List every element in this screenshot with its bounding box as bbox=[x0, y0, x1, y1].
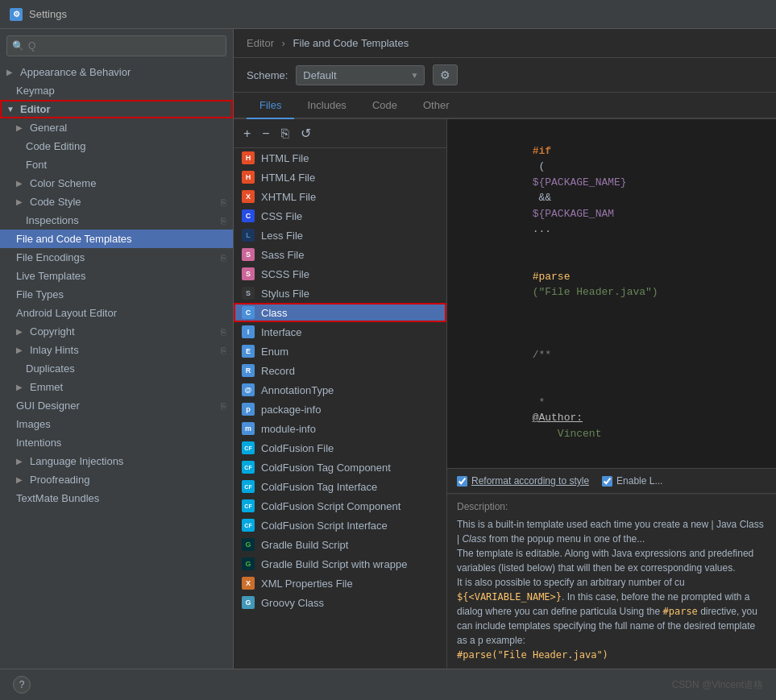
sidebar-item-label: File and Code Templates bbox=[16, 233, 132, 245]
list-item[interactable]: R Record bbox=[234, 361, 446, 380]
sass-icon: S bbox=[242, 248, 255, 261]
tab-files[interactable]: Files bbox=[247, 93, 294, 119]
list-item[interactable]: G Gradle Build Script bbox=[234, 535, 446, 554]
code-line: #if ( ${PACKAGE_NAME} && ${PACKAGE_NAM .… bbox=[457, 127, 766, 253]
sidebar-item-label: Images bbox=[16, 418, 51, 430]
list-item[interactable]: G Groovy Class bbox=[234, 593, 446, 612]
sidebar-item-editor[interactable]: ▼ Editor bbox=[0, 100, 233, 118]
sidebar-item-label: Inlay Hints bbox=[30, 344, 79, 356]
reformat-label: Reformat according to style bbox=[471, 475, 589, 487]
list-item[interactable]: S Sass File bbox=[234, 245, 446, 264]
sidebar-item-copyright[interactable]: ▶ Copyright ⎘ bbox=[0, 322, 233, 341]
list-item-class[interactable]: C Class bbox=[234, 303, 446, 322]
list-item[interactable]: CF ColdFusion Script Component bbox=[234, 496, 446, 516]
tab-code[interactable]: Code bbox=[359, 93, 410, 119]
list-item[interactable]: S SCSS File bbox=[234, 264, 446, 284]
list-item[interactable]: CF ColdFusion Script Interface bbox=[234, 516, 446, 535]
sidebar-item-color-scheme[interactable]: ▶ Color Scheme bbox=[0, 174, 233, 193]
add-template-button[interactable]: + bbox=[240, 125, 254, 143]
sidebar-item-file-types[interactable]: File Types bbox=[0, 285, 233, 304]
arrow-icon: ▶ bbox=[16, 179, 26, 188]
sidebar-item-emmet[interactable]: ▶ Emmet bbox=[0, 378, 233, 396]
sidebar-item-images[interactable]: Images bbox=[0, 415, 233, 433]
sidebar-item-file-and-code-templates[interactable]: File and Code Templates bbox=[0, 230, 233, 248]
sidebar-item-intentions[interactable]: Intentions bbox=[0, 433, 233, 452]
sidebar-item-label: Proofreading bbox=[30, 474, 89, 486]
reset-template-button[interactable]: ↺ bbox=[297, 124, 314, 143]
list-item[interactable]: L Less File bbox=[234, 226, 446, 245]
tab-includes[interactable]: Includes bbox=[294, 93, 359, 119]
sidebar-item-proofreading[interactable]: ▶ Proofreading bbox=[0, 470, 233, 489]
sidebar-item-textmate-bundles[interactable]: TextMate Bundles bbox=[0, 489, 233, 507]
main-content: 🔍 ▶ Appearance & Behavior Keymap ▼ Edito… bbox=[0, 29, 776, 669]
list-item[interactable]: I Interface bbox=[234, 322, 446, 342]
cf-icon: CF bbox=[242, 480, 255, 493]
list-item[interactable]: C CSS File bbox=[234, 206, 446, 226]
enum-icon: E bbox=[242, 345, 255, 358]
app-icon: ⚙ bbox=[10, 8, 23, 21]
sidebar-item-live-templates[interactable]: Live Templates bbox=[0, 267, 233, 285]
scheme-label: Scheme: bbox=[247, 69, 288, 81]
remove-template-button[interactable]: − bbox=[259, 125, 272, 143]
help-button[interactable]: ? bbox=[13, 676, 31, 694]
list-item[interactable]: X XHTML File bbox=[234, 187, 446, 206]
list-item[interactable]: E Enum bbox=[234, 342, 446, 361]
list-item[interactable]: S Stylus File bbox=[234, 284, 446, 303]
package-icon: p bbox=[242, 403, 255, 416]
sidebar-item-label: Appearance & Behavior bbox=[20, 66, 131, 78]
scheme-select[interactable]: Default Project bbox=[296, 65, 425, 85]
list-item-label: Class bbox=[261, 307, 288, 319]
sidebar-item-keymap[interactable]: Keymap bbox=[0, 81, 233, 100]
reformat-checkbox[interactable] bbox=[457, 476, 467, 487]
sidebar-item-duplicates[interactable]: Duplicates bbox=[0, 359, 233, 378]
stylus-icon: S bbox=[242, 287, 255, 300]
sidebar-item-general[interactable]: ▶ General bbox=[0, 118, 233, 137]
list-item-label: ColdFusion Tag Interface bbox=[261, 481, 377, 493]
sidebar-item-inlay-hints[interactable]: ▶ Inlay Hints ⎘ bbox=[0, 341, 233, 359]
search-input[interactable] bbox=[6, 35, 226, 56]
sidebar-item-label: Live Templates bbox=[16, 270, 85, 282]
sidebar-item-code-editing[interactable]: Code Editing bbox=[0, 137, 233, 155]
tab-other[interactable]: Other bbox=[410, 93, 463, 119]
code-display[interactable]: #if ( ${PACKAGE_NAME} && ${PACKAGE_NAM .… bbox=[447, 119, 776, 468]
sidebar-item-appearance[interactable]: ▶ Appearance & Behavior bbox=[0, 63, 233, 81]
list-item-label: Groovy Class bbox=[261, 597, 324, 609]
sidebar-item-file-encodings[interactable]: File Encodings ⎘ bbox=[0, 248, 233, 267]
sidebar-item-inspections[interactable]: Inspections ⎘ bbox=[0, 211, 233, 230]
sidebar-item-font[interactable]: Font bbox=[0, 155, 233, 174]
list-item[interactable]: G Gradle Build Script with wrappe bbox=[234, 554, 446, 574]
list-item[interactable]: CF ColdFusion File bbox=[234, 438, 446, 458]
arrow-icon: ▼ bbox=[6, 105, 16, 114]
list-item[interactable]: @ AnnotationType bbox=[234, 380, 446, 400]
copy-icon: ⎘ bbox=[221, 216, 226, 226]
list-item-label: package-info bbox=[261, 404, 321, 416]
template-list-section: + − ⎘ ↺ H HTML File H HTML4 File X bbox=[234, 119, 447, 669]
tabs-row: Files Includes Code Other bbox=[234, 93, 776, 119]
enable-live-checkbox[interactable] bbox=[602, 476, 612, 487]
list-item-label: module-info bbox=[261, 423, 316, 435]
list-item-label: Stylus File bbox=[261, 288, 309, 300]
sidebar-item-language-injections[interactable]: ▶ Language Injections bbox=[0, 452, 233, 470]
list-item-label: Less File bbox=[261, 230, 303, 242]
code-line: * @Date: ${DATE} ${HOUR} : ${MIN ... bbox=[457, 458, 766, 469]
list-item[interactable]: m module-info bbox=[234, 419, 446, 438]
sidebar-item-label: Editor bbox=[20, 103, 51, 115]
list-item[interactable]: H HTML File bbox=[234, 148, 446, 168]
reformat-checkbox-wrap: Reformat according to style bbox=[457, 475, 589, 487]
window-title: Settings bbox=[29, 8, 67, 20]
sidebar-item-gui-designer[interactable]: GUI Designer ⎘ bbox=[0, 396, 233, 415]
list-item[interactable]: X XML Properties File bbox=[234, 574, 446, 593]
arrow-icon: ▶ bbox=[16, 383, 26, 391]
list-item[interactable]: CF ColdFusion Tag Interface bbox=[234, 477, 446, 496]
less-icon: L bbox=[242, 229, 255, 242]
sidebar-item-android-layout-editor[interactable]: Android Layout Editor bbox=[0, 304, 233, 322]
list-item[interactable]: H HTML4 File bbox=[234, 168, 446, 187]
groovy-icon: G bbox=[242, 596, 255, 609]
annotation-icon: @ bbox=[242, 383, 255, 396]
list-item[interactable]: p package-info bbox=[234, 400, 446, 419]
copy-template-button[interactable]: ⎘ bbox=[278, 125, 293, 143]
gear-button[interactable]: ⚙ bbox=[433, 64, 458, 85]
list-item-label: SCSS File bbox=[261, 268, 309, 280]
sidebar-item-code-style[interactable]: ▶ Code Style ⎘ bbox=[0, 193, 233, 211]
list-item[interactable]: CF ColdFusion Tag Component bbox=[234, 458, 446, 477]
